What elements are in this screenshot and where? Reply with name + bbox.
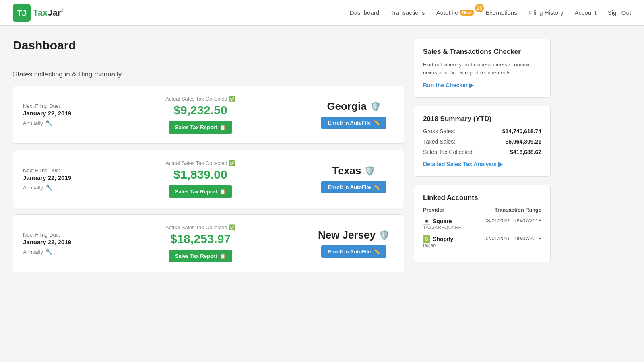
provider-range-0: 08/01/2016 - 09/07/2018 [484, 218, 541, 224]
summary-label-0: Gross Sales: [423, 128, 455, 134]
main-layout: Dashboard States collecting in & filing … [0, 26, 564, 292]
check-icon-2: ✅ [229, 224, 235, 230]
card-left-0: Next Filing Due: January 22, 2019 Annual… [23, 103, 87, 126]
summary-value-2: $418,688.62 [510, 149, 541, 155]
filing-date-2: January 22, 2019 [23, 239, 87, 245]
logo: TJ TaxJar® [13, 4, 64, 22]
summary-label-2: Sales Tax Collected: [423, 149, 474, 155]
state-card-2: Next Filing Due: January 22, 2019 Annual… [13, 214, 404, 272]
card-middle-2: Actual Sales Tax Collected ✅ $18,253.97 … [97, 224, 304, 262]
shield-icon-1: 🛡️ [364, 166, 375, 176]
summary-value-0: $14,740,618.74 [502, 128, 541, 134]
wrench-icon-2[interactable]: 🔧 [45, 249, 52, 255]
checker-title: Sales & Transactions Checker [423, 48, 541, 56]
checker-card: Sales & Transactions Checker Find out wh… [414, 39, 551, 98]
amount-2: $18,253.97 [97, 232, 304, 246]
notification-badge: 29 [475, 4, 484, 12]
card-right-1: Texas 🛡️ Enroll in AutoFile ✏️ [314, 165, 394, 193]
nav-filing-history[interactable]: Filing History [528, 9, 564, 16]
provider-id-0: TAXJARSQUARE [423, 225, 480, 230]
nav-account[interactable]: Account [574, 9, 596, 16]
nav-autofile[interactable]: AutoFile [436, 9, 458, 16]
card-left-1: Next Filing Due: January 22, 2019 Annual… [23, 167, 87, 191]
summary-value-1: $5,964,309.21 [505, 138, 541, 145]
taxjar-logo-icon: TJ [13, 4, 31, 22]
linked-accounts-card: Linked Accounts Provider Transaction Ran… [414, 185, 551, 262]
card-right-2: New Jersey 🛡️ Enroll in AutoFile ✏️ [314, 229, 394, 258]
provider-name-1: S Shopify [423, 235, 480, 243]
navbar-links: Dashboard Transactions AutoFile New! 29 … [350, 9, 631, 16]
checker-desc: Find out where your business meets econo… [423, 61, 541, 76]
provider-info-0: ■ Square TAXJARSQUARE [423, 218, 480, 230]
sales-tax-btn-1[interactable]: Sales Tax Report 📋 [169, 185, 233, 198]
logo-text: TaxJar® [33, 8, 64, 18]
check-icon-1: ✅ [229, 160, 235, 166]
nav-dashboard[interactable]: Dashboard [350, 9, 379, 16]
frequency-label-2: Annually [23, 249, 43, 255]
linked-accounts-title: Linked Accounts [423, 194, 541, 202]
run-checker-link[interactable]: Run the Checker ▶ [423, 82, 474, 88]
enroll-icon-0: ✏️ [374, 120, 380, 126]
amount-0: $9,232.50 [97, 103, 304, 117]
linked-accounts-rows: ■ Square TAXJARSQUARE 08/01/2016 - 09/07… [423, 218, 541, 248]
enroll-btn-0[interactable]: Enroll in AutoFile ✏️ [321, 117, 386, 129]
summary-row-2: Sales Tax Collected: $418,688.62 [423, 149, 541, 155]
enroll-btn-1[interactable]: Enroll in AutoFile ✏️ [321, 181, 386, 193]
state-name-1: Texas 🛡️ [314, 165, 394, 177]
state-card-1: Next Filing Due: January 22, 2019 Annual… [13, 150, 404, 208]
nav-signout[interactable]: Sign Out [608, 9, 631, 16]
card-right-0: Georgia 🛡️ Enroll in AutoFile ✏️ [314, 100, 394, 129]
section-title: States collecting in & filing manually [13, 70, 404, 78]
col-provider-label: Provider [423, 207, 444, 213]
shopify-icon: S [423, 235, 430, 243]
provider-range-1: 02/01/2016 - 09/07/2018 [484, 235, 541, 241]
enroll-icon-1: ✏️ [374, 184, 380, 190]
filing-due-label-1: Next Filing Due: [23, 167, 87, 173]
wrench-icon-0[interactable]: 🔧 [45, 120, 52, 126]
card-left-2: Next Filing Due: January 22, 2019 Annual… [23, 232, 87, 255]
summary-card: 2018 Summary (YTD) Gross Sales: $14,740,… [414, 106, 551, 177]
summary-rows: Gross Sales: $14,740,618.74 Taxed Sales:… [423, 128, 541, 155]
shield-icon-0: 🛡️ [370, 101, 381, 112]
sidebar: Sales & Transactions Checker Find out wh… [414, 39, 551, 279]
summary-row-0: Gross Sales: $14,740,618.74 [423, 128, 541, 134]
summary-label-1: Taxed Sales: [423, 138, 455, 145]
filing-date-0: January 22, 2019 [23, 110, 87, 117]
title-divider [13, 59, 404, 59]
check-icon-0: ✅ [229, 96, 235, 102]
autofile-new-badge: New! [460, 10, 474, 16]
nav-transactions[interactable]: Transactions [390, 9, 425, 16]
sales-tax-btn-2[interactable]: Sales Tax Report 📋 [169, 250, 233, 262]
wrench-icon-1[interactable]: 🔧 [45, 184, 52, 191]
state-name-0: Georgia 🛡️ [314, 100, 394, 113]
state-cards-container: Next Filing Due: January 22, 2019 Annual… [13, 86, 404, 272]
filing-due-label-2: Next Filing Due: [23, 232, 87, 238]
frequency-label-1: Annually [23, 185, 43, 191]
collected-label-2: Actual Sales Tax Collected ✅ [97, 224, 304, 230]
amount-1: $1,839.00 [97, 168, 304, 181]
sales-tax-btn-0[interactable]: Sales Tax Report 📋 [169, 121, 233, 134]
card-middle-0: Actual Sales Tax Collected ✅ $9,232.50 S… [97, 96, 304, 134]
svg-text:TJ: TJ [17, 9, 26, 18]
report-icon-0: 📋 [219, 124, 226, 130]
report-icon-2: 📋 [219, 253, 226, 259]
navbar: TJ TaxJar® Dashboard Transactions AutoFi… [0, 0, 644, 26]
enroll-btn-2[interactable]: Enroll in AutoFile ✏️ [321, 245, 386, 258]
summary-title: 2018 Summary (YTD) [423, 115, 541, 123]
card-middle-1: Actual Sales Tax Collected ✅ $1,839.00 S… [97, 160, 304, 198]
analysis-link[interactable]: Detailed Sales Tax Analysis ▶ [423, 161, 541, 167]
frequency-row-0: Annually 🔧 [23, 120, 87, 126]
nav-exemptions[interactable]: Exemptions [485, 9, 517, 16]
report-icon-1: 📋 [219, 189, 226, 195]
shield-icon-2: 🛡️ [379, 230, 390, 241]
page-title: Dashboard [13, 39, 404, 52]
filing-due-label-0: Next Filing Due: [23, 103, 87, 109]
provider-name-0: ■ Square [423, 218, 480, 225]
linked-account-row-1: S Shopify taxjar- 02/01/2016 - 09/07/201… [423, 235, 541, 248]
filing-date-1: January 22, 2019 [23, 174, 87, 181]
linked-account-row-0: ■ Square TAXJARSQUARE 08/01/2016 - 09/07… [423, 218, 541, 230]
collected-label-1: Actual Sales Tax Collected ✅ [97, 160, 304, 166]
linked-accounts-header: Provider Transaction Range [423, 207, 541, 213]
collected-label-0: Actual Sales Tax Collected ✅ [97, 96, 304, 102]
square-icon: ■ [423, 218, 430, 225]
